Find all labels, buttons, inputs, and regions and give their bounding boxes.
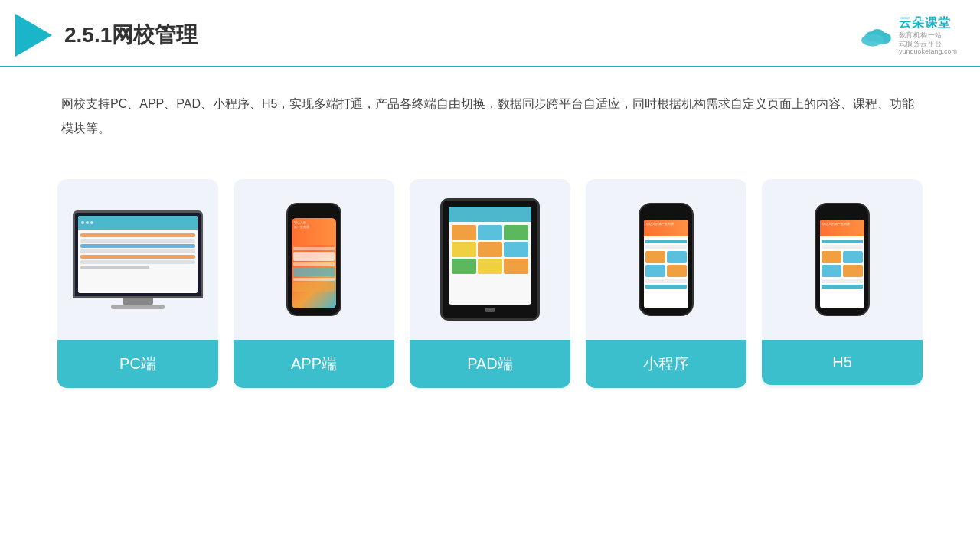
mini-phone-mockup: 职达人的第一堂判课: [639, 203, 694, 316]
header-left: 2.5.1网校管理: [15, 14, 198, 57]
pad-label: PAD端: [410, 340, 570, 388]
app-image-area: 职达人的第一堂判课: [234, 179, 394, 340]
tablet-mockup: [440, 198, 540, 321]
pc-label: PC端: [57, 340, 218, 388]
brand-url: yunduoketang.com: [899, 47, 957, 55]
mini-image-area: 职达人的第一堂判课: [586, 179, 746, 340]
page-title: 2.5.1网校管理: [64, 21, 198, 50]
brand-name: 云朵课堂: [899, 15, 957, 31]
header: 2.5.1网校管理 云朵课堂 教育机构一站式服务云平台 yunduoketang…: [0, 0, 980, 67]
pc-screen: [73, 210, 203, 298]
logo-triangle-icon: [15, 14, 52, 57]
pc-card: PC端: [57, 179, 218, 388]
app-phone-mockup: 职达人的第一堂判课: [286, 203, 341, 316]
description-text: 网校支持PC、APP、PAD、小程序、H5，实现多端打通，产品各终端自由切换，数…: [0, 67, 980, 156]
brand-tagline: 教育机构一站式服务云平台: [899, 31, 957, 48]
h5-card: 职达人的第一堂判课: [762, 179, 923, 388]
h5-image-area: 职达人的第一堂判课: [762, 179, 923, 340]
cloud-icon: [859, 23, 896, 47]
brand-text: 云朵课堂 教育机构一站式服务云平台 yunduoketang.com: [899, 15, 957, 56]
h5-label: H5: [762, 340, 923, 385]
brand-icon: 云朵课堂 教育机构一站式服务云平台 yunduoketang.com: [859, 15, 957, 56]
pad-card: PAD端: [410, 179, 570, 388]
brand-logo: 云朵课堂 教育机构一站式服务云平台 yunduoketang.com: [859, 15, 957, 56]
pad-image-area: [410, 179, 570, 340]
svg-point-5: [861, 34, 884, 46]
mini-card: 职达人的第一堂判课: [586, 179, 746, 388]
pc-mockup: [73, 210, 203, 309]
app-label: APP端: [234, 340, 394, 388]
pc-image-area: [57, 179, 218, 340]
header-right: 云朵课堂 教育机构一站式服务云平台 yunduoketang.com: [859, 15, 957, 56]
h5-phone-mockup: 职达人的第一堂判课: [815, 203, 870, 316]
cards-container: PC端 职达人的第一堂判课: [0, 164, 980, 403]
app-card: 职达人的第一堂判课 APP端: [234, 179, 394, 388]
mini-label: 小程序: [586, 340, 746, 388]
